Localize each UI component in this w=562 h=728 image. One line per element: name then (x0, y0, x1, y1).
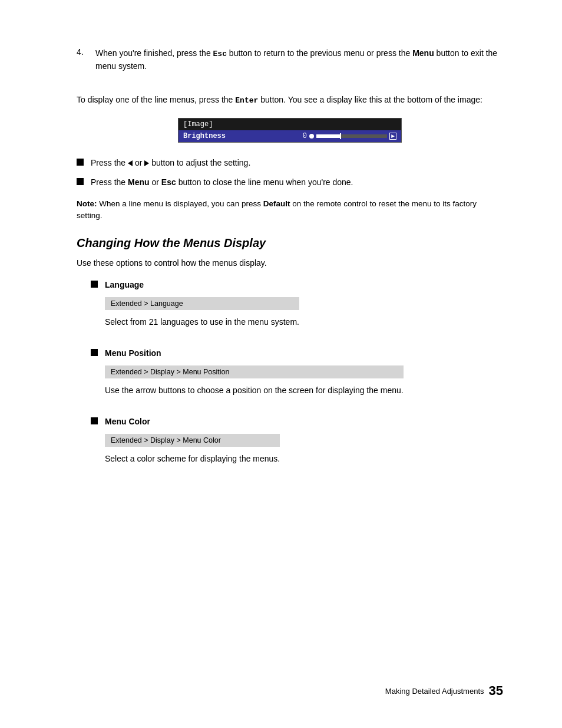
color-title: Menu Color (105, 416, 280, 428)
arrow-left-icon (128, 160, 133, 166)
page-number: 35 (489, 683, 503, 699)
numbered-item-4: 4. When you're finished, press the Esc b… (77, 47, 503, 82)
menu-key-bold: Menu (412, 48, 434, 58)
color-path: Extended > Display > Menu Color (105, 434, 280, 447)
bullet-1-middle: or (133, 158, 144, 167)
display-label: Brightness (183, 132, 226, 140)
item-content: When you're finished, press the Esc butt… (95, 47, 503, 82)
position-content: Menu Position Extended > Display > Menu … (105, 347, 404, 406)
language-path: Extended > Language (105, 297, 299, 310)
language-title: Language (105, 279, 299, 291)
section-heading: Changing How the Menus Display (77, 236, 503, 250)
page-footer: Making Detailed Adjustments 35 (385, 683, 503, 699)
bullet-list: Press the or button to adjust the settin… (77, 157, 503, 189)
position-desc: Use the arrow buttons to choose a positi… (105, 384, 404, 397)
intro-text-after: button. You see a display like this at t… (258, 95, 482, 104)
note-text: When a line menu is displayed, you can p… (97, 199, 263, 208)
bullet-1-before: Press the (91, 158, 128, 167)
slider-arrow-right: ► (389, 133, 396, 140)
section-intro: Use these options to control how the men… (77, 257, 503, 269)
slider-dot (309, 134, 314, 139)
note-label: Note: (77, 199, 97, 208)
bullet-icon-color (91, 417, 98, 424)
esc-key: Esc (213, 50, 227, 58)
bullet-icon-position (91, 349, 98, 356)
slider-bar (316, 134, 387, 138)
note-paragraph: Note: When a line menu is displayed, you… (77, 198, 503, 222)
bullet-2-esc: Esc (161, 177, 176, 187)
slider-fill (316, 134, 340, 138)
intro-text-before: To display one of the line menus, press … (77, 95, 235, 104)
text-after-esc: button to return to the previous menu or… (227, 48, 412, 58)
menu-option-position: Menu Position Extended > Display > Menu … (91, 347, 503, 406)
language-content: Language Extended > Language Select from… (105, 279, 299, 338)
note-default-key: Default (263, 199, 290, 208)
display-value: 0 (303, 132, 307, 140)
footer-text: Making Detailed Adjustments (385, 687, 484, 696)
item-number: 4. (77, 47, 88, 82)
display-row: Brightness 0 ► (178, 130, 401, 142)
text-before-esc: When you're finished, press the (95, 48, 213, 58)
display-controls: 0 ► (303, 132, 396, 140)
display-mockup: [Image] Brightness 0 ► (178, 118, 402, 143)
bullet-2-after: button to close the line menu when you'r… (176, 177, 353, 187)
page-container: 4. When you're finished, press the Esc b… (0, 0, 562, 728)
bullet-2-middle: or (150, 177, 161, 187)
bullet-item-2: Press the Menu or Esc button to close th… (77, 176, 503, 189)
bullet-item-1: Press the or button to adjust the settin… (77, 157, 503, 169)
bullet-1-text: Press the or button to adjust the settin… (91, 157, 250, 169)
language-desc: Select from 21 languages to use in the m… (105, 316, 299, 328)
bullet-1-after: button to adjust the setting. (149, 158, 250, 167)
color-content: Menu Color Extended > Display > Menu Col… (105, 416, 280, 475)
item-text: When you're finished, press the Esc butt… (95, 47, 503, 73)
menu-option-color: Menu Color Extended > Display > Menu Col… (91, 416, 503, 475)
position-title: Menu Position (105, 347, 404, 360)
bullet-icon-1 (77, 159, 84, 166)
menu-option-language: Language Extended > Language Select from… (91, 279, 503, 338)
position-path: Extended > Display > Menu Position (105, 365, 404, 378)
enter-key: Enter (235, 96, 258, 105)
intro-para: To display one of the line menus, press … (77, 94, 503, 107)
menu-options-list: Language Extended > Language Select from… (91, 279, 503, 475)
slider-marker (340, 133, 341, 139)
bullet-2-before: Press the (91, 177, 128, 187)
bullet-2-menu: Menu (128, 177, 150, 187)
display-header: [Image] (178, 118, 401, 130)
bullet-icon-language (91, 281, 98, 288)
bullet-icon-2 (77, 178, 84, 185)
bullet-2-text: Press the Menu or Esc button to close th… (91, 176, 353, 189)
color-desc: Select a color scheme for displaying the… (105, 453, 280, 465)
